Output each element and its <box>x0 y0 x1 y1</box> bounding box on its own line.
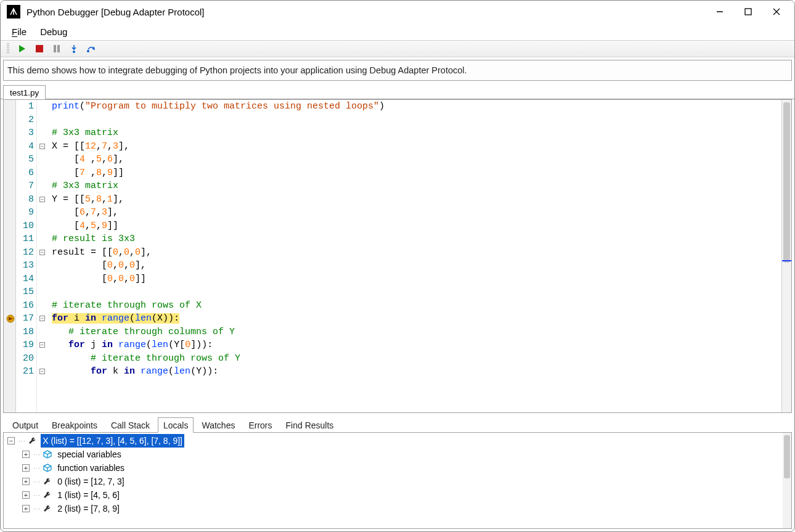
svg-point-8 <box>73 51 75 53</box>
svg-rect-5 <box>36 45 43 52</box>
code-line[interactable]: # 3x3 matrix <box>52 126 781 140</box>
menu-debug[interactable]: Debug <box>40 27 67 37</box>
scrollbar-position-marker <box>782 260 791 261</box>
code-area[interactable]: print("Program to multiply two matrices … <box>48 100 781 412</box>
package-icon <box>42 449 53 459</box>
menu-file[interactable]: File <box>12 27 26 37</box>
expand-icon[interactable]: + <box>22 491 30 499</box>
code-line[interactable]: # iterate through rows of Y <box>52 352 781 366</box>
step-into-button[interactable] <box>68 43 80 54</box>
file-tab-test1[interactable]: test1.py <box>3 85 46 99</box>
line-number: 19 <box>16 338 34 352</box>
bottom-tab-find-results[interactable]: Find Results <box>280 417 340 433</box>
locals-label: function variables <box>55 461 126 475</box>
code-editor[interactable]: 123456789101112131415161718192021 −−−−−−… <box>3 99 792 413</box>
code-line[interactable]: [7 ,8,9]] <box>52 166 781 180</box>
code-line[interactable]: print("Program to multiply two matrices … <box>52 100 781 113</box>
locals-label: X (list) = [[12, 7, 3], [4, 5, 6], [7, 8… <box>41 434 184 448</box>
toolbar <box>1 40 794 57</box>
line-number: 8 <box>16 193 34 207</box>
code-line[interactable]: X = [[12,7,3], <box>52 140 781 153</box>
bottom-tab-watches[interactable]: Watches <box>196 417 240 433</box>
step-over-button[interactable] <box>86 43 97 54</box>
bottom-tab-call-stack[interactable]: Call Stack <box>105 417 155 433</box>
wrench-icon <box>42 504 53 514</box>
line-number: 3 <box>16 126 34 140</box>
menubar: File Debug <box>1 23 794 40</box>
line-number: 17 <box>16 312 34 325</box>
stop-button[interactable] <box>34 43 45 54</box>
fold-gutter[interactable]: −−−−−− <box>37 100 48 412</box>
code-line[interactable]: # 3x3 matrix <box>52 179 781 193</box>
code-line[interactable] <box>52 113 781 127</box>
titlebar: Python Debugger [Debug Adapter Protocol] <box>1 1 794 23</box>
wrench-icon <box>42 477 53 486</box>
locals-scrollbar-thumb[interactable] <box>784 435 790 478</box>
scrollbar-thumb[interactable] <box>783 102 790 263</box>
code-line[interactable]: # result is 3x3 <box>52 232 781 246</box>
svg-rect-6 <box>54 45 56 52</box>
code-line[interactable]: for i in range(len(X)): <box>52 312 781 325</box>
code-line[interactable]: [0,0,0]] <box>52 272 781 286</box>
line-number: 4 <box>16 140 34 153</box>
code-line[interactable]: [6,7,3], <box>52 206 781 219</box>
bottom-tab-breakpoints[interactable]: Breakpoints <box>46 417 103 433</box>
line-number: 14 <box>16 272 34 286</box>
code-line[interactable]: [4,5,9]] <box>52 219 781 233</box>
package-icon <box>42 463 53 473</box>
fold-toggle[interactable]: − <box>39 144 45 149</box>
breakpoint-gutter[interactable] <box>4 100 16 412</box>
line-number: 1 <box>16 100 34 113</box>
expand-icon[interactable]: + <box>22 478 30 485</box>
fold-toggle[interactable]: − <box>39 342 45 348</box>
app-icon <box>7 5 20 18</box>
line-number: 13 <box>16 259 34 272</box>
locals-label: special variables <box>55 448 123 461</box>
fold-toggle[interactable]: − <box>39 316 45 321</box>
collapse-icon[interactable]: − <box>7 437 15 444</box>
maximize-button[interactable] <box>734 2 762 22</box>
run-button[interactable] <box>17 43 28 54</box>
locals-label: 1 (list) = [4, 5, 6] <box>55 488 121 502</box>
locals-scrollbar[interactable] <box>783 433 791 528</box>
locals-row[interactable]: +···special variables <box>4 448 791 461</box>
line-number: 18 <box>16 325 34 339</box>
line-number: 5 <box>16 153 34 166</box>
close-button[interactable] <box>762 2 791 22</box>
code-line[interactable]: Y = [[5,8,1], <box>52 193 781 207</box>
locals-row[interactable]: +···2 (list) = [7, 8, 9] <box>4 502 791 515</box>
locals-label: 2 (list) = [7, 8, 9] <box>55 502 121 515</box>
code-line[interactable]: [4 ,5,6], <box>52 153 781 166</box>
fold-toggle[interactable]: − <box>39 250 45 255</box>
bottom-tab-locals[interactable]: Locals <box>158 417 194 433</box>
locals-row[interactable]: +···1 (list) = [4, 5, 6] <box>4 488 791 502</box>
svg-marker-4 <box>19 45 25 52</box>
fold-toggle[interactable]: − <box>39 197 45 202</box>
code-line[interactable]: result = [[0,0,0], <box>52 246 781 260</box>
fold-toggle[interactable]: − <box>39 369 45 374</box>
locals-row[interactable]: +···function variables <box>4 461 791 475</box>
wrench-icon <box>27 436 38 446</box>
pause-button[interactable] <box>51 43 62 54</box>
line-number: 11 <box>16 232 34 246</box>
code-line[interactable]: # iterate through columns of Y <box>52 325 781 339</box>
bottom-tab-errors[interactable]: Errors <box>243 417 277 433</box>
line-number: 9 <box>16 206 34 219</box>
code-line[interactable]: [0,0,0], <box>52 259 781 272</box>
bottom-tabs: OutputBreakpointsCall StackLocalsWatches… <box>3 415 792 433</box>
expand-icon[interactable]: + <box>22 505 30 512</box>
locals-row[interactable]: −···X (list) = [[12, 7, 3], [4, 5, 6], [… <box>4 434 791 448</box>
expand-icon[interactable]: + <box>22 451 30 458</box>
code-line[interactable]: for k in range(len(Y)): <box>52 365 781 379</box>
editor-scrollbar[interactable] <box>781 100 791 412</box>
minimize-button[interactable] <box>706 2 734 22</box>
expand-icon[interactable]: + <box>22 464 30 472</box>
code-line[interactable]: # iterate through rows of X <box>52 299 781 313</box>
line-number: 7 <box>16 179 34 193</box>
locals-row[interactable]: +···0 (list) = [12, 7, 3] <box>4 475 791 488</box>
file-tabs: test1.py <box>1 83 794 99</box>
code-line[interactable]: for j in range(len(Y[0])): <box>52 338 781 352</box>
bottom-tab-output[interactable]: Output <box>7 417 44 433</box>
svg-point-9 <box>87 50 89 52</box>
code-line[interactable] <box>52 285 781 299</box>
